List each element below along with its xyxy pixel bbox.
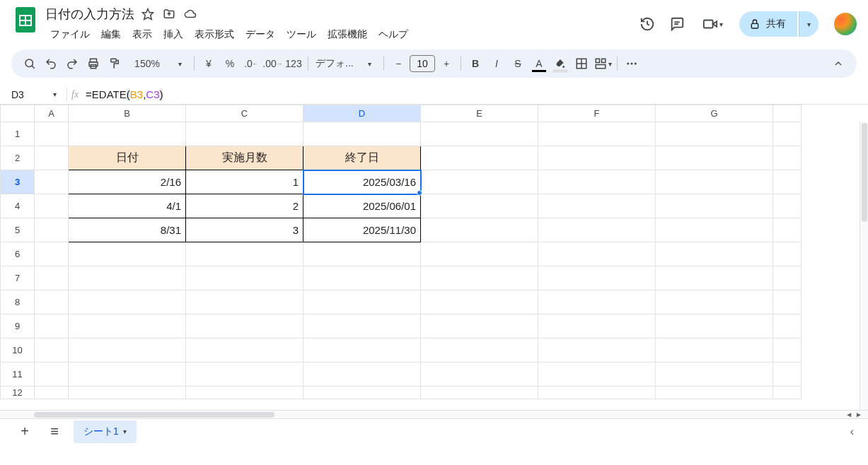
col-header-d[interactable]: D	[303, 105, 421, 122]
menu-edit[interactable]: 編集	[96, 25, 126, 44]
cell-f6[interactable]	[538, 242, 656, 266]
cell-d3[interactable]: 2025/03/16	[303, 170, 421, 194]
percent-icon[interactable]: %	[220, 54, 240, 73]
cell-e1[interactable]	[421, 122, 538, 146]
cell-f7[interactable]	[538, 266, 656, 290]
row-header-9[interactable]: 9	[1, 314, 35, 339]
cell-a9[interactable]	[35, 314, 69, 339]
cell-f3[interactable]	[538, 170, 656, 194]
cell-f2[interactable]	[538, 146, 656, 170]
cell-e6[interactable]	[421, 242, 538, 266]
cell-c4[interactable]: 2	[186, 194, 303, 218]
sheets-logo[interactable]	[11, 6, 40, 34]
undo-icon[interactable]	[41, 54, 61, 73]
zoom-select[interactable]: 150%	[126, 54, 168, 73]
cell-g3[interactable]	[656, 170, 773, 194]
cell-a8[interactable]	[35, 290, 69, 314]
borders-icon[interactable]	[572, 54, 591, 73]
font-size-input[interactable]: 10	[410, 55, 435, 72]
cell-c1[interactable]	[186, 122, 303, 146]
sheet-tab-dropdown-icon[interactable]: ▾	[123, 428, 127, 435]
row-header-5[interactable]: 5	[1, 218, 35, 242]
cell-g12[interactable]	[656, 387, 773, 399]
cell-b4[interactable]: 4/1	[69, 194, 186, 218]
cell-extra8[interactable]	[773, 290, 802, 314]
add-sheet-icon[interactable]: +	[14, 421, 35, 442]
cell-b12[interactable]	[69, 387, 186, 399]
cell-c7[interactable]	[186, 266, 303, 290]
meet-icon[interactable]: ▾	[698, 16, 727, 33]
row-header-3[interactable]: 3	[1, 170, 35, 194]
cell-f8[interactable]	[538, 290, 656, 314]
row-header-11[interactable]: 11	[1, 363, 35, 387]
redo-icon[interactable]	[62, 54, 82, 73]
cell-g11[interactable]	[656, 363, 773, 387]
row-header-4[interactable]: 4	[1, 194, 35, 218]
text-color-icon[interactable]: A	[529, 54, 549, 73]
currency-icon[interactable]: ¥	[199, 54, 219, 73]
menu-help[interactable]: ヘルプ	[374, 25, 413, 44]
more-icon[interactable]	[622, 54, 642, 73]
cell-f5[interactable]	[538, 218, 656, 242]
star-icon[interactable]	[141, 8, 154, 20]
menu-format[interactable]: 表示形式	[190, 25, 239, 44]
cell-e12[interactable]	[421, 387, 538, 399]
cell-a3[interactable]	[35, 170, 69, 194]
v-scroll-thumb[interactable]	[862, 123, 867, 222]
share-button[interactable]: 共有	[739, 11, 797, 37]
merge-icon[interactable]: ▾	[593, 54, 613, 73]
cell-g10[interactable]	[656, 339, 773, 363]
cell-d2[interactable]: 終了日	[303, 146, 421, 170]
menu-extensions[interactable]: 拡張機能	[323, 25, 372, 44]
horizontal-scrollbar[interactable]: ◄ ►	[0, 410, 868, 418]
cell-b8[interactable]	[69, 290, 186, 314]
cell-extra7[interactable]	[773, 266, 802, 290]
cell-f1[interactable]	[538, 122, 656, 146]
cell-extra5[interactable]	[773, 218, 802, 242]
cell-c9[interactable]	[186, 314, 303, 339]
cell-a4[interactable]	[35, 194, 69, 218]
cell-extra4[interactable]	[773, 194, 802, 218]
h-scroll-thumb[interactable]	[34, 412, 274, 418]
all-sheets-icon[interactable]: ≡	[44, 421, 65, 442]
select-all-corner[interactable]	[1, 105, 35, 122]
cell-a5[interactable]	[35, 218, 69, 242]
cell-c8[interactable]	[186, 290, 303, 314]
cell-f9[interactable]	[538, 314, 656, 339]
doc-title[interactable]: 日付の入力方法	[45, 6, 134, 23]
col-header-g[interactable]: G	[656, 105, 773, 122]
bold-icon[interactable]: B	[465, 54, 485, 73]
menu-tools[interactable]: ツール	[282, 25, 321, 44]
cell-g6[interactable]	[656, 242, 773, 266]
explore-icon[interactable]: ‹	[850, 425, 854, 438]
cell-g9[interactable]	[656, 314, 773, 339]
cell-g4[interactable]	[656, 194, 773, 218]
cell-f11[interactable]	[538, 363, 656, 387]
col-header-f[interactable]: F	[538, 105, 656, 122]
cloud-icon[interactable]	[184, 8, 197, 20]
cell-g7[interactable]	[656, 266, 773, 290]
move-icon[interactable]	[163, 8, 175, 20]
cell-b5[interactable]: 8/31	[69, 218, 186, 242]
cell-b7[interactable]	[69, 266, 186, 290]
cell-d9[interactable]	[303, 314, 421, 339]
sheet-tab-1[interactable]: シート1 ▾	[74, 420, 137, 443]
cell-extra10[interactable]	[773, 339, 802, 363]
cell-extra1[interactable]	[773, 122, 802, 146]
italic-icon[interactable]: I	[487, 54, 507, 73]
print-icon[interactable]	[83, 54, 103, 73]
cell-f4[interactable]	[538, 194, 656, 218]
cell-b6[interactable]	[69, 242, 186, 266]
cell-d12[interactable]	[303, 387, 421, 399]
grid[interactable]: A B C D E F G 1 2日付実施月数終了日 32/1612025/03…	[0, 105, 802, 399]
cell-g8[interactable]	[656, 290, 773, 314]
cell-c5[interactable]: 3	[186, 218, 303, 242]
cell-e7[interactable]	[421, 266, 538, 290]
increase-font-icon[interactable]: +	[436, 54, 456, 73]
fx-icon[interactable]: fx	[71, 89, 79, 100]
cell-e2[interactable]	[421, 146, 538, 170]
cell-c3[interactable]: 1	[186, 170, 303, 194]
cell-e8[interactable]	[421, 290, 538, 314]
more-formats-icon[interactable]: 123	[284, 54, 303, 73]
col-header-extra[interactable]	[773, 105, 802, 122]
